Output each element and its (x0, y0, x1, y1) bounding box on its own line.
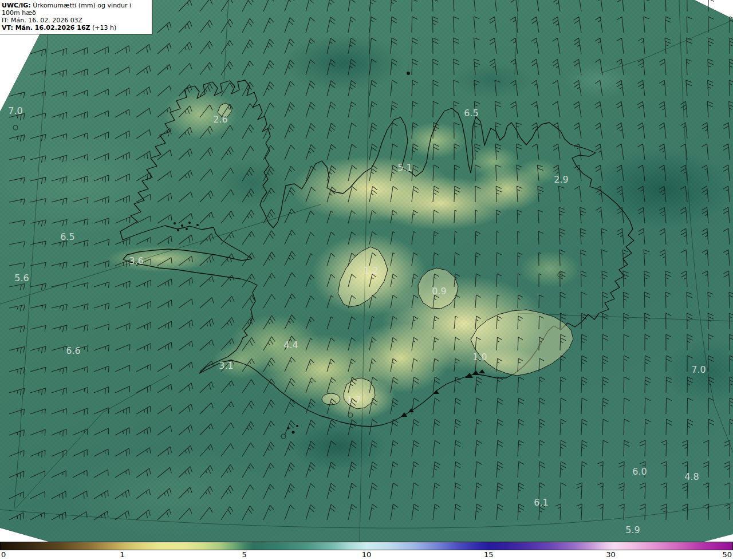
colorbar-gradient (0, 542, 733, 550)
precip-value-label: 7.0 (8, 105, 22, 116)
colorbar-tick-label: 5 (242, 550, 246, 559)
precip-value-label: 5.6 (14, 273, 29, 283)
precip-value-label: 5.9 (625, 524, 640, 535)
island-dot (296, 425, 298, 427)
precip-value-label: 3.6 (129, 255, 143, 266)
precip-value-label: 1.2 (364, 265, 378, 276)
precip-value-label: 1.7 (346, 395, 361, 405)
precip-value-label: 5.1 (397, 162, 412, 173)
island-dot (177, 229, 179, 231)
island-dot (292, 431, 295, 434)
precip-value-label: 3.1 (219, 360, 233, 371)
precip-value-label: 6.5 (464, 108, 478, 119)
precip-value-label: 6.0 (632, 466, 647, 477)
precip-value-label: 7.0 (691, 364, 706, 375)
island-dot (174, 222, 176, 224)
precip-value-label: 6.5 (60, 231, 74, 242)
island-dot (186, 228, 188, 230)
precip-value-label: 4.4 (283, 340, 298, 350)
precip-value-label: 1.0 (472, 352, 487, 362)
precip-colorbar: 01510153050 (0, 542, 733, 560)
colorbar-tick-label: 15 (484, 550, 494, 559)
precip-value-label: 0.9 (432, 286, 446, 297)
precip-value-label: 6.1 (534, 497, 548, 508)
product-line: UWC/IG: Úrkomumætti (mm) og vindur i 100… (2, 2, 148, 17)
colorbar-tick-label: 1 (120, 550, 124, 559)
island-dot (188, 222, 191, 224)
colorbar-tick-labels: 01510153050 (0, 550, 733, 560)
valid-time-line: VT: Mán. 16.02.2026 16Z (+13 h) (2, 24, 148, 31)
colorbar-tick-label: 10 (362, 550, 372, 559)
precip-value-label: 2.9 (554, 174, 568, 185)
colorbar-tick-label: 30 (606, 550, 616, 559)
map-overlay: 7.02.66.55.12.96.53.65.61.20.94.41.03.16… (0, 0, 733, 542)
colorbar-tick-label: 50 (722, 550, 732, 559)
precip-value-label: 4.8 (684, 471, 699, 482)
weather-map-screenshot: 7.02.66.55.12.96.53.65.61.20.94.41.03.16… (0, 0, 733, 560)
precip-value-label: 6.6 (66, 345, 80, 356)
valid-offset: (+13 h) (92, 24, 116, 31)
island-dot (407, 72, 410, 75)
forecast-title-box: UWC/IG: Úrkomumætti (mm) og vindur i 100… (0, 0, 152, 34)
init-time-line: IT: Mán. 16. 02. 2026 03Z (2, 17, 148, 24)
island-dot (181, 224, 183, 227)
precip-value-label: 2.6 (213, 114, 227, 125)
colorbar-tick-label: 0 (1, 550, 6, 559)
valid-time: VT: Mán. 16.02.2026 16Z (2, 24, 90, 31)
island-dot (196, 224, 199, 226)
product-label: UWC/IG: (2, 2, 31, 9)
